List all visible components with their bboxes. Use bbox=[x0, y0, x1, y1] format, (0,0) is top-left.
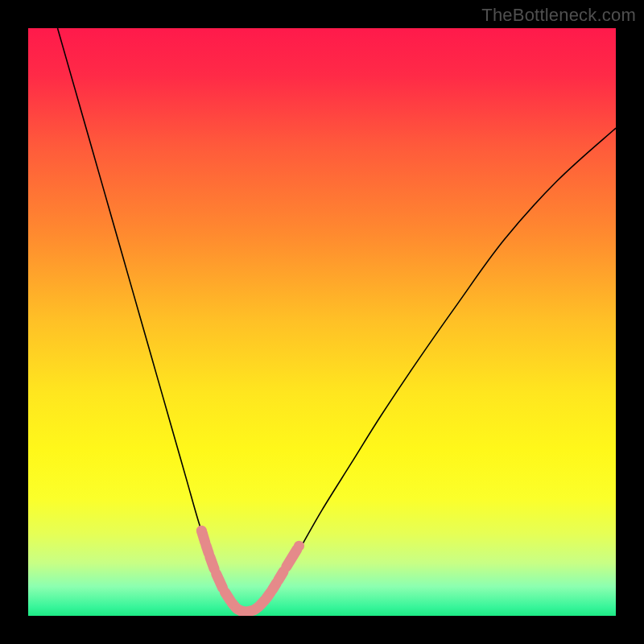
marker-segment bbox=[279, 572, 283, 580]
marker-end-dot bbox=[294, 541, 304, 551]
marker-end-dot bbox=[196, 526, 207, 536]
chart-svg bbox=[28, 28, 616, 616]
marker-segment bbox=[217, 574, 223, 588]
watermark-text: TheBottleneck.com bbox=[481, 5, 636, 26]
plot-area bbox=[28, 28, 616, 616]
marker-segment bbox=[210, 557, 214, 569]
chart-frame: TheBottleneck.com bbox=[0, 0, 644, 644]
gradient-background bbox=[28, 28, 616, 616]
